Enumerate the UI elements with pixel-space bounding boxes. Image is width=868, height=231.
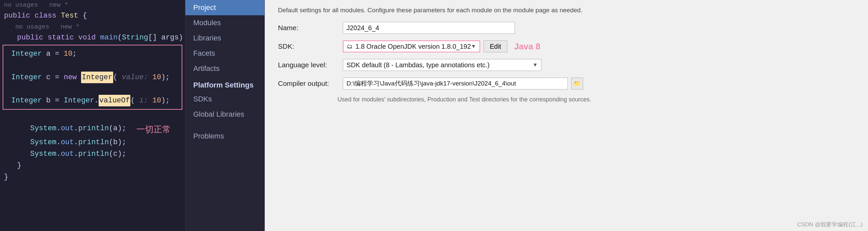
name-label: Name: [278, 24, 338, 32]
nav-item-platform-settings: Platform Settings [185, 76, 265, 91]
nav-panel: Project Modules Libraries Facets Artifac… [185, 0, 265, 231]
name-input[interactable] [343, 22, 515, 34]
compiler-output-hint: Used for modules' subdirectories, Produc… [338, 96, 855, 103]
nav-section-project: Project Modules Libraries Facets Artifac… [185, 0, 265, 76]
name-row: Name: [278, 22, 855, 34]
nav-section-problems: Problems [185, 128, 265, 144]
compiler-output-path[interactable]: D:\编程学习\Java代码练习\java-jdk17-version\J202… [343, 78, 568, 89]
compiler-output-folder-button[interactable]: 📁 [571, 78, 583, 89]
blank-after-block [0, 111, 185, 123]
compiler-output-row: Compiler output: D:\编程学习\Java代码练习\java-j… [278, 78, 855, 89]
sdk-value-text: 1.8 Oracle OpenJDK version 1.8.0_192 [355, 43, 471, 50]
nav-item-facets[interactable]: Facets [185, 46, 265, 61]
nav-section-platform: Platform Settings SDKs Global Libraries [185, 76, 265, 122]
println-a-line: System.out.println(a); 一切正常 [0, 123, 185, 137]
close-class-line: } [0, 171, 185, 183]
highlighted-code-block: Integer a = 10; Integer c = new Integer(… [3, 45, 182, 110]
sdk-folder-icon: 🗂 [347, 43, 353, 50]
blank-line-2 [7, 83, 178, 95]
java8-label: Java 8 [514, 41, 540, 52]
sdk-edit-button[interactable]: Edit [484, 40, 507, 52]
close-main-line: } [0, 160, 185, 171]
sdk-dropdown-arrow-icon: ▼ [471, 44, 476, 49]
int-b-line: Integer b = Integer.valueOf( i: 10); [7, 95, 178, 106]
sdk-row: SDK: 🗂 1.8 Oracle OpenJDK version 1.8.0_… [278, 40, 855, 52]
language-level-row: Language level: SDK default (8 - Lambdas… [278, 59, 855, 71]
language-level-value: SDK default (8 - Lambdas, type annotatio… [346, 61, 489, 69]
main-decl-line: public static void main(String[] args) { [0, 32, 185, 44]
class-decl-line: public class Test { [0, 10, 185, 22]
nav-item-problems[interactable]: Problems [185, 128, 265, 144]
blank-line-1 [7, 60, 178, 71]
nav-item-global-libraries[interactable]: Global Libraries [185, 107, 265, 122]
compiler-output-controls: D:\编程学习\Java代码练习\java-jdk17-version\J202… [343, 78, 583, 89]
hint-no-usages-2: no usages new * [0, 22, 185, 32]
nav-item-sdks[interactable]: SDKs [185, 91, 265, 107]
nav-item-libraries[interactable]: Libraries [185, 30, 265, 46]
code-panel: no usages new * public class Test { no u… [0, 0, 185, 231]
language-level-dropdown[interactable]: SDK default (8 - Lambdas, type annotatio… [343, 59, 541, 71]
settings-description: Default settings for all modules. Config… [278, 7, 855, 14]
nav-item-modules[interactable]: Modules [185, 15, 265, 30]
hint-no-usages-1: no usages new * [0, 0, 185, 10]
compiler-output-label: Compiler output: [278, 80, 338, 87]
folder-browse-icon: 📁 [574, 80, 581, 87]
int-c-line: Integer c = new Integer( value: 10); [7, 71, 178, 83]
language-level-label: Language level: [278, 61, 338, 69]
sdk-controls: 🗂 1.8 Oracle OpenJDK version 1.8.0_192 ▼… [343, 40, 540, 52]
nav-item-artifacts[interactable]: Artifacts [185, 61, 265, 76]
language-level-arrow-icon: ▼ [532, 62, 538, 68]
sdk-label: SDK: [278, 42, 338, 50]
csdn-footer: CSDN @我要学编程(江...) [797, 221, 863, 228]
println-c-line: System.out.println(c); [0, 148, 185, 160]
chinese-annotation: 一切正常 [136, 123, 171, 137]
int-a-line: Integer a = 10; [7, 48, 178, 60]
settings-panel: Default settings for all modules. Config… [265, 0, 868, 231]
nav-item-project[interactable]: Project [185, 0, 265, 15]
sdk-dropdown[interactable]: 🗂 1.8 Oracle OpenJDK version 1.8.0_192 ▼ [343, 40, 480, 52]
println-b-line: System.out.println(b); [0, 137, 185, 148]
